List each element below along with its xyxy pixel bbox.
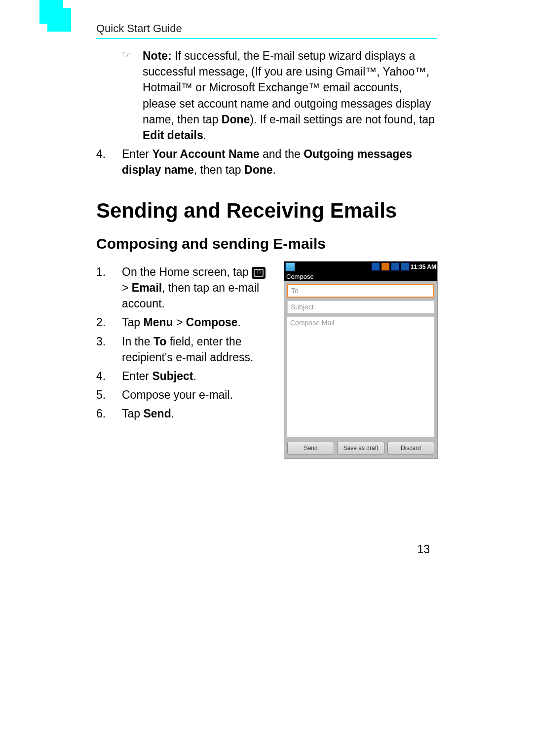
note-text: Note: If successful, the E-mail setup wi… <box>143 48 437 143</box>
note-icon: ☞ <box>122 48 143 143</box>
txt-bold: Compose <box>186 316 238 329</box>
txt: On the Home screen, tap <box>122 265 252 278</box>
txt: Tap <box>122 407 143 420</box>
txt-bold: To <box>153 335 166 348</box>
step-number: 6. <box>96 406 122 421</box>
txt: Tap <box>122 316 143 329</box>
txt: > <box>173 316 186 329</box>
step-body: Tap Menu > Compose. <box>122 314 273 330</box>
bluetooth-icon <box>371 263 380 271</box>
note-bold1: Done <box>222 113 250 126</box>
step-3: 3. In the To field, enter the recipient'… <box>96 334 273 365</box>
compose-title: Compose <box>284 272 437 281</box>
step-number: 1. <box>96 264 122 312</box>
step-body: Enter Subject. <box>122 368 273 384</box>
step-number: 5. <box>96 387 122 403</box>
page-number: 13 <box>89 543 430 556</box>
note-part2: ). If e-mail settings are not found, tap <box>250 113 435 126</box>
status-time: 11:35 AM <box>411 264 436 270</box>
note-part3: . <box>203 129 206 142</box>
screenshot-column: 11:35 AM Compose To Subject Compose Mail… <box>284 261 437 459</box>
txt: , then tap <box>194 163 244 176</box>
send-button[interactable]: Send <box>287 442 334 454</box>
status-app-icon <box>285 263 295 271</box>
accent-tab-overlay <box>47 8 71 32</box>
step-body: Enter Your Account Name and the Outgoing… <box>122 146 437 178</box>
apps-launcher-icon <box>252 267 266 279</box>
wifi-icon <box>381 263 390 271</box>
txt-bold: Done <box>244 163 273 176</box>
note-bold2: Edit details <box>143 129 203 142</box>
step-body: On the Home screen, tap > Email, then ta… <box>122 264 273 312</box>
txt: > <box>122 281 132 294</box>
to-field[interactable]: To <box>287 284 434 298</box>
page-content: Quick Start Guide ☞ Note: If successful,… <box>96 22 437 556</box>
txt: and the <box>260 148 304 160</box>
header-title: Quick Start Guide <box>96 22 437 35</box>
status-bar: 11:35 AM <box>284 262 437 272</box>
txt: . <box>171 407 174 420</box>
txt: . <box>193 370 196 382</box>
txt: . <box>238 316 241 329</box>
step-body: In the To field, enter the recipient's e… <box>122 334 273 365</box>
steps-column: 1. On the Home screen, tap > Email, then… <box>96 261 273 459</box>
button-bar: Send Save as draft Discard <box>284 437 437 458</box>
step-number: 4. <box>96 146 122 178</box>
step-body: Compose your e-mail. <box>122 387 273 403</box>
step-body: Tap Send. <box>122 406 273 421</box>
txt: Enter <box>122 370 152 382</box>
txt-bold: Subject <box>152 370 193 382</box>
note-block: ☞ Note: If successful, the E-mail setup … <box>122 48 437 143</box>
txt-bold: Menu <box>143 316 173 329</box>
step-1: 1. On the Home screen, tap > Email, then… <box>96 264 273 312</box>
subject-field[interactable]: Subject <box>287 301 434 313</box>
txt: Enter <box>122 148 152 160</box>
section-title: Sending and Receiving Emails <box>96 199 437 223</box>
txt-bold: Email <box>132 281 162 294</box>
txt: . <box>273 163 276 176</box>
step-5: 5. Compose your e-mail. <box>96 387 273 403</box>
compose-body[interactable]: Compose Mail <box>287 316 434 437</box>
header-rule <box>96 38 437 39</box>
step-number: 2. <box>96 314 122 330</box>
save-draft-button[interactable]: Save as draft <box>337 442 384 454</box>
note-label: Note: <box>143 49 172 62</box>
step-number: 3. <box>96 334 122 365</box>
step-number: 4. <box>96 368 122 384</box>
signal-icon <box>391 263 400 271</box>
txt-bold: Send <box>143 407 171 420</box>
txt-bold: Your Account Name <box>152 148 259 160</box>
discard-button[interactable]: Discard <box>387 442 434 454</box>
top-step-4: 4. Enter Your Account Name and the Outgo… <box>96 146 437 178</box>
step-6: 6. Tap Send. <box>96 406 273 421</box>
sync-icon <box>401 263 410 271</box>
phone-screenshot: 11:35 AM Compose To Subject Compose Mail… <box>284 261 438 459</box>
subsection-title: Composing and sending E-mails <box>96 235 437 252</box>
txt: Compose your e-mail. <box>122 388 233 401</box>
step-2: 2. Tap Menu > Compose. <box>96 314 273 330</box>
step-4: 4. Enter Subject. <box>96 368 273 384</box>
txt: In the <box>122 335 153 348</box>
status-right: 11:35 AM <box>371 263 436 271</box>
